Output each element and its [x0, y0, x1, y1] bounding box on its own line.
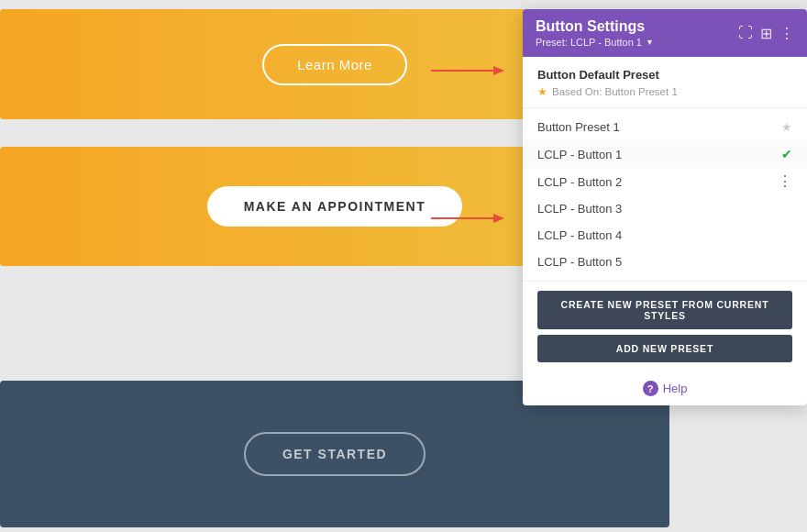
panel-header: Button Settings Preset: LCLP - Button 1 …: [523, 9, 807, 57]
list-item[interactable]: LCLP - Button 3: [523, 195, 807, 222]
more-icon: ⋮: [778, 174, 792, 189]
appointment-button[interactable]: MAKE AN APPOINTMENT: [207, 186, 463, 227]
chevron-down-icon: ▼: [646, 38, 654, 47]
preset-item-label: LCLP - Button 1: [537, 148, 622, 161]
svg-marker-3: [493, 214, 504, 223]
list-item[interactable]: LCLP - Button 2 ⋮: [523, 168, 807, 195]
panel-body: Button Default Preset ★ Based On: Button…: [523, 57, 807, 405]
list-item[interactable]: LCLP - Button 4: [523, 222, 807, 249]
list-item[interactable]: Button Preset 1 ★: [523, 114, 807, 140]
create-preset-button[interactable]: CREATE NEW PRESET FROM CURRENT STYLES: [537, 291, 792, 329]
preset-item-label: LCLP - Button 2: [537, 175, 622, 189]
preset-item-label: LCLP - Button 3: [537, 202, 622, 216]
star-icon: ★: [781, 120, 792, 134]
svg-marker-1: [493, 66, 504, 75]
panel-title: Button Settings: [536, 18, 654, 35]
add-preset-button[interactable]: ADD NEW PRESET: [537, 335, 792, 362]
fullscreen-icon[interactable]: ⛶: [738, 25, 753, 41]
preset-list: Button Preset 1 ★ LCLP - Button 1 ✔ LCLP…: [523, 108, 807, 282]
preset-default-section: Button Default Preset ★ Based On: Button…: [523, 57, 807, 108]
check-icon: ✔: [781, 147, 792, 161]
preset-label-text: Preset: LCLP - Button 1: [536, 37, 642, 48]
preset-based-on: ★ Based On: Button Preset 1: [537, 85, 792, 98]
panel-header-left: Button Settings Preset: LCLP - Button 1 …: [536, 18, 654, 48]
panel-preset-label[interactable]: Preset: LCLP - Button 1 ▼: [536, 37, 654, 48]
preset-default-title: Button Default Preset: [537, 68, 792, 82]
preset-item-label: LCLP - Button 5: [537, 255, 622, 269]
panel-actions: CREATE NEW PRESET FROM CURRENT STYLES AD…: [523, 282, 807, 371]
learn-more-button[interactable]: Learn More: [262, 44, 407, 85]
list-item[interactable]: LCLP - Button 1 ✔: [523, 140, 807, 168]
help-icon: ?: [643, 381, 658, 396]
star-icon: ★: [537, 85, 547, 98]
button-settings-panel: Button Settings Preset: LCLP - Button 1 …: [523, 9, 807, 405]
columns-icon[interactable]: ⊞: [760, 25, 772, 42]
get-started-button[interactable]: GET STARTED: [244, 432, 426, 476]
preset-item-label: LCLP - Button 4: [537, 228, 622, 242]
preset-item-label: Button Preset 1: [537, 120, 620, 134]
list-item[interactable]: LCLP - Button 5: [523, 249, 807, 275]
based-on-text: Based On: Button Preset 1: [552, 86, 678, 97]
arrow-2: [431, 209, 504, 227]
help-label: Help: [663, 382, 688, 395]
help-section[interactable]: ? Help: [523, 371, 807, 405]
panel-header-icons: ⛶ ⊞ ⋮: [738, 25, 794, 42]
more-vertical-icon[interactable]: ⋮: [779, 25, 794, 42]
arrow-1: [431, 61, 504, 80]
